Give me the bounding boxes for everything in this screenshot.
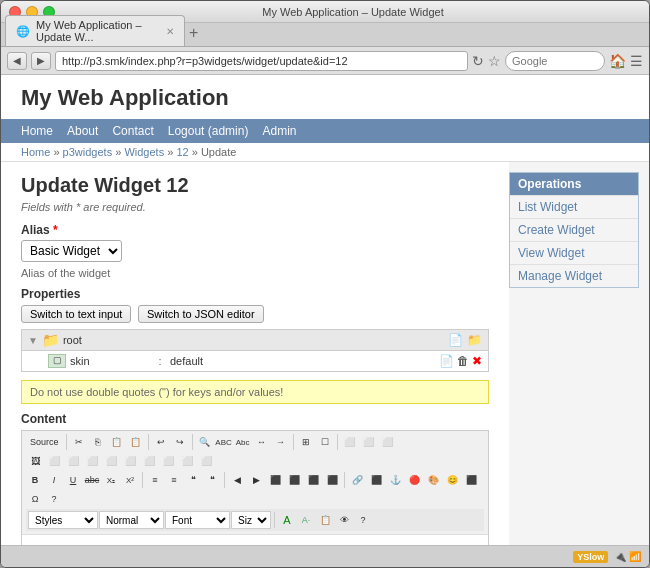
tb-smiley[interactable]: 😊 (443, 471, 461, 489)
new-tab-button[interactable]: + (189, 24, 198, 46)
tb-bgcolor[interactable]: 🎨 (424, 471, 442, 489)
tb-iframe[interactable]: ⬜ (121, 452, 139, 470)
tb-indent-in[interactable]: ▶ (247, 471, 265, 489)
tb-pagebreak[interactable]: ⬜ (102, 452, 120, 470)
props-edit-icon[interactable]: 📄 (439, 354, 454, 368)
tb-paste[interactable]: 📋 (108, 433, 126, 451)
breadcrumb-12[interactable]: 12 (176, 146, 188, 158)
font-select[interactable]: Font (165, 511, 230, 529)
back-button[interactable]: ◀ (7, 52, 27, 70)
tb-img[interactable]: 🖼 (26, 452, 44, 470)
format-select[interactable]: Normal (99, 511, 164, 529)
tb-misc3[interactable]: ⬜ (178, 452, 196, 470)
tb-table2[interactable]: ⬜ (64, 452, 82, 470)
tb-cut[interactable]: ✂ (70, 433, 88, 451)
forward-button[interactable]: ▶ (31, 52, 51, 70)
required-note: Fields with * are required. (21, 201, 489, 213)
content-label: Content (21, 412, 489, 426)
size-select[interactable]: Size (231, 511, 271, 529)
tb-align-l[interactable]: ⬛ (266, 471, 284, 489)
search-input[interactable] (505, 51, 605, 71)
tb-superscript[interactable]: X² (121, 471, 139, 489)
nav-contact[interactable]: Contact (112, 124, 153, 138)
tb-find[interactable]: 🔍 (196, 433, 214, 451)
tb-strikethrough[interactable]: abc (83, 471, 101, 489)
tb-special2[interactable]: ⬛ (462, 471, 480, 489)
switch-json-button[interactable]: Switch to JSON editor (138, 305, 264, 323)
props-add-icon[interactable]: 📄 (448, 333, 463, 347)
tb-align-r[interactable]: ⬛ (304, 471, 322, 489)
tb-hr[interactable]: ☐ (316, 433, 334, 451)
tb-spellcheck2[interactable]: Abc (234, 433, 252, 451)
nav-logout[interactable]: Logout (admin) (168, 124, 249, 138)
tb-help[interactable]: ? (45, 490, 63, 508)
tb-preview[interactable]: 👁 (335, 511, 353, 529)
tb-showblocks[interactable]: ⬜ (140, 452, 158, 470)
tb-unlink[interactable]: ⬛ (367, 471, 385, 489)
tb-omega[interactable]: Ω (26, 490, 44, 508)
tb-bold[interactable]: B (26, 471, 44, 489)
nav-about[interactable]: About (67, 124, 98, 138)
tb-align-c[interactable]: ⬛ (285, 471, 303, 489)
browser-tab[interactable]: 🌐 My Web Application – Update W... ✕ (5, 15, 185, 46)
tb-color[interactable]: 🔴 (405, 471, 423, 489)
tb-redo[interactable]: ↪ (171, 433, 189, 451)
nav-home[interactable]: Home (21, 124, 53, 138)
tb-indent-out[interactable]: ◀ (228, 471, 246, 489)
breadcrumb-home[interactable]: Home (21, 146, 50, 158)
styles-select[interactable]: Styles (28, 511, 98, 529)
home-icon[interactable]: 🏠 (609, 53, 626, 69)
refresh-icon[interactable]: ↻ (472, 53, 484, 69)
tb-paste2[interactable]: 📋 (316, 511, 334, 529)
switch-text-button[interactable]: Switch to text input (21, 305, 131, 323)
tb-arrow-r[interactable]: → (272, 433, 290, 451)
tb-spellcheck1[interactable]: ABC (215, 433, 233, 451)
tb-maximize[interactable]: ⬜ (341, 433, 359, 451)
tb-blockquote[interactable]: ❝ (184, 471, 202, 489)
editor-body[interactable]: Hello World! (22, 535, 488, 545)
tb-misc1[interactable]: ⬜ (379, 433, 397, 451)
sidebar-list-widget[interactable]: List Widget (510, 195, 638, 218)
tb-specialchar[interactable]: ⬜ (83, 452, 101, 470)
props-delete-icon[interactable]: 🗑 (457, 354, 469, 368)
breadcrumb-widgets[interactable]: Widgets (124, 146, 164, 158)
tb-copy[interactable]: ⎘ (89, 433, 107, 451)
props-add-child-icon[interactable]: ✖ (472, 354, 482, 368)
tb-flash[interactable]: ⬜ (45, 452, 63, 470)
nav-admin[interactable]: Admin (262, 124, 296, 138)
source-btn[interactable]: Source (26, 433, 63, 451)
alias-select[interactable]: Basic Widget (21, 240, 122, 262)
star-icon[interactable]: ☆ (488, 53, 501, 69)
tb-bgcolor2[interactable]: A· (297, 511, 315, 529)
tb-list-ol[interactable]: ≡ (165, 471, 183, 489)
tb-textcolor2[interactable]: A (278, 511, 296, 529)
content-section: Content Source ✂ ⎘ 📋 📋 (21, 412, 489, 545)
tb-misc2[interactable]: ⬜ (159, 452, 177, 470)
nav-bar: Home About Contact Logout (admin) Admin (1, 119, 649, 143)
tb-table[interactable]: ⊞ (297, 433, 315, 451)
tb-anchor[interactable]: ⚓ (386, 471, 404, 489)
sidebar-manage-widget[interactable]: Manage Widget (510, 264, 638, 287)
tb-align-j[interactable]: ⬛ (323, 471, 341, 489)
menu-icon[interactable]: ☰ (630, 53, 643, 69)
tb-misc4[interactable]: ⬜ (197, 452, 215, 470)
tb-paste-text[interactable]: 📋 (127, 433, 145, 451)
tb-underline[interactable]: U (64, 471, 82, 489)
tb-link[interactable]: 🔗 (348, 471, 366, 489)
props-folder-add-icon[interactable]: 📁 (467, 333, 482, 347)
tb-sep-8 (344, 472, 345, 488)
tb-subscript[interactable]: X₂ (102, 471, 120, 489)
tb-about[interactable]: ⬜ (360, 433, 378, 451)
tree-collapse-icon[interactable]: ▼ (28, 335, 38, 346)
breadcrumb-p3widgets[interactable]: p3widgets (63, 146, 113, 158)
sidebar-create-widget[interactable]: Create Widget (510, 218, 638, 241)
tb-arrow-lr[interactable]: ↔ (253, 433, 271, 451)
tb-unquote[interactable]: ❝ (203, 471, 221, 489)
tab-close-button[interactable]: ✕ (166, 26, 174, 37)
tb-list-ul[interactable]: ≡ (146, 471, 164, 489)
tb-undo[interactable]: ↩ (152, 433, 170, 451)
tb-help2[interactable]: ? (354, 511, 372, 529)
url-input[interactable] (55, 51, 468, 71)
sidebar-view-widget[interactable]: View Widget (510, 241, 638, 264)
tb-italic[interactable]: I (45, 471, 63, 489)
